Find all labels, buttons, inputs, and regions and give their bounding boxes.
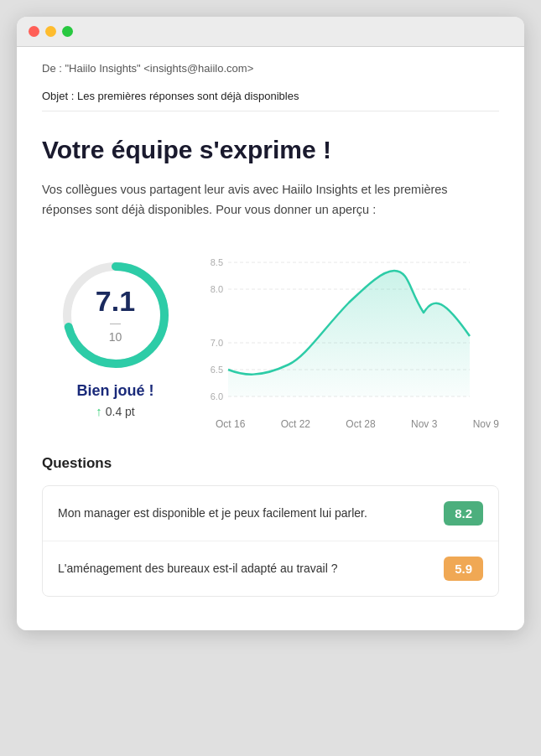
svg-text:7.0: 7.0 — [211, 338, 223, 348]
main-title: Votre équipe s'exprime ! — [42, 135, 499, 165]
chart-container: 8.5 8.0 7.0 6.5 6.0 Oct — [189, 246, 499, 430]
svg-text:8.5: 8.5 — [211, 257, 223, 267]
chart-x-labels: Oct 16 Oct 22 Oct 28 Nov 3 Nov 9 — [189, 418, 499, 430]
gauge-score: 7.1 — [96, 287, 135, 315]
x-label-nov9: Nov 9 — [473, 418, 499, 430]
question-score-1: 8.2 — [444, 501, 483, 526]
question-card: Mon manager est disponible et je peux fa… — [42, 485, 499, 597]
email-content: De : "Haiilo Insights" <insights@haiilo.… — [17, 47, 524, 630]
questions-title: Questions — [42, 455, 499, 472]
svg-text:6.0: 6.0 — [211, 391, 223, 401]
from-label: De : — [42, 62, 62, 75]
subject-label: Objet : — [42, 90, 74, 102]
question-score-2: 5.9 — [444, 557, 483, 581]
x-label-oct28: Oct 28 — [346, 418, 375, 430]
from-value: "Haiilo Insights" <insights@haiilo.com> — [65, 62, 253, 75]
question-text-1: Mon manager est disponible et je peux fa… — [58, 506, 444, 520]
gauge-container: 7.1 — 10 Bien joué ! ↑ 0.4 pt — [42, 256, 189, 418]
close-button[interactable] — [29, 26, 39, 37]
gauge-center: 7.1 — 10 — [96, 287, 135, 344]
x-label-oct22: Oct 22 — [281, 418, 310, 430]
svg-text:6.5: 6.5 — [211, 365, 223, 375]
x-label-nov3: Nov 3 — [411, 418, 437, 430]
email-window: De : "Haiilo Insights" <insights@haiilo.… — [17, 17, 524, 630]
email-subject: Objet : Les premières réponses sont déjà… — [42, 81, 499, 102]
metrics-row: 7.1 — 10 Bien joué ! ↑ 0.4 pt — [42, 246, 499, 430]
minimize-button[interactable] — [45, 26, 56, 37]
email-from: De : "Haiilo Insights" <insights@haiilo.… — [42, 62, 499, 75]
gauge-max: 10 — [96, 330, 135, 344]
question-row-2: L'aménagement des bureaux est-il adapté … — [43, 541, 498, 596]
delta-value: 0.4 pt — [106, 405, 135, 418]
question-row-1: Mon manager est disponible et je peux fa… — [43, 486, 498, 541]
delta-arrow-icon: ↑ — [96, 404, 102, 418]
intro-text: Vos collègues vous partagent leur avis a… — [42, 180, 499, 220]
question-text-2: L'aménagement des bureaux est-il adapté … — [58, 562, 444, 575]
email-body: Votre équipe s'exprime ! Vos collègues v… — [42, 111, 499, 597]
titlebar — [17, 17, 524, 47]
gauge-delta: ↑ 0.4 pt — [96, 404, 135, 418]
questions-section: Questions Mon manager est disponible et … — [42, 455, 499, 597]
gauge-wrap: 7.1 — 10 — [57, 256, 174, 374]
svg-text:8.0: 8.0 — [211, 284, 223, 294]
email-header: De : "Haiilo Insights" <insights@haiilo.… — [42, 47, 499, 111]
maximize-button[interactable] — [62, 26, 73, 37]
subject-value: Les premières réponses sont déjà disponi… — [77, 90, 299, 102]
gauge-label: Bien joué ! — [76, 382, 153, 400]
gauge-divider: — — [96, 317, 135, 329]
x-label-oct16: Oct 16 — [216, 418, 245, 430]
chart-svg: 8.5 8.0 7.0 6.5 6.0 — [189, 246, 499, 413]
